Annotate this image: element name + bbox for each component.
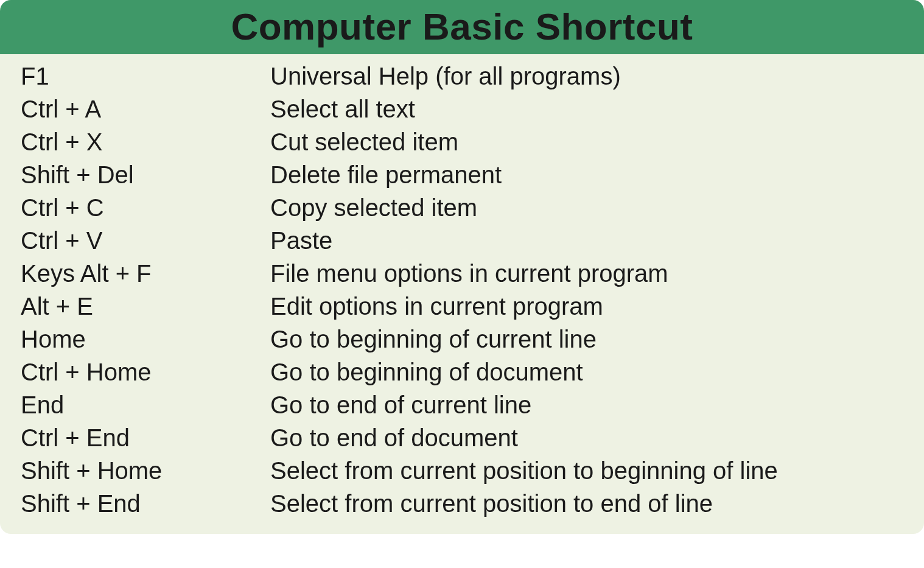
shortcut-row: Ctrl + End Go to end of document [21,424,903,452]
shortcut-description: Go to beginning of current line [270,326,903,353]
shortcut-key: Ctrl + End [21,424,270,452]
shortcut-description: Select from current position to beginnin… [270,457,903,485]
shortcut-row: Keys Alt + F File menu options in curren… [21,260,903,287]
shortcut-key: Shift + Home [21,457,270,485]
shortcut-row: Alt + E Edit options in current program [21,293,903,320]
shortcut-key: Home [21,326,270,353]
shortcut-row: Ctrl + X Cut selected item [21,128,903,156]
shortcut-description: Cut selected item [270,128,903,156]
shortcut-key: Alt + E [21,293,270,320]
shortcut-key: Ctrl + C [21,194,270,222]
shortcut-key: End [21,391,270,419]
shortcut-row: Ctrl + V Paste [21,227,903,254]
shortcut-description: Paste [270,227,903,254]
shortcut-card: Computer Basic Shortcut F1 Universal Hel… [0,0,924,534]
shortcut-description: File menu options in current program [270,260,903,287]
card-title: Computer Basic Shortcut [0,5,924,48]
shortcut-row: Shift + Home Select from current positio… [21,457,903,485]
shortcut-key: Shift + End [21,490,270,517]
shortcut-row: Shift + Del Delete file permanent [21,161,903,189]
shortcut-description: Select from current position to end of l… [270,490,903,517]
shortcut-row: End Go to end of current line [21,391,903,419]
card-header: Computer Basic Shortcut [0,0,924,54]
shortcut-key: Shift + Del [21,161,270,189]
shortcut-key: Ctrl + V [21,227,270,254]
shortcut-description: Go to beginning of document [270,359,903,386]
shortcut-description: Go to end of document [270,424,903,452]
shortcut-row: Ctrl + C Copy selected item [21,194,903,222]
shortcut-key: F1 [21,63,270,90]
shortcut-description: Edit options in current program [270,293,903,320]
shortcut-description: Universal Help (for all programs) [270,63,903,90]
shortcut-key: Ctrl + X [21,128,270,156]
shortcut-row: Ctrl + Home Go to beginning of document [21,359,903,386]
shortcut-description: Delete file permanent [270,161,903,189]
shortcut-row: Home Go to beginning of current line [21,326,903,353]
shortcut-row: F1 Universal Help (for all programs) [21,63,903,90]
shortcut-row: Ctrl + A Select all text [21,96,903,123]
shortcut-key: Keys Alt + F [21,260,270,287]
shortcut-list: F1 Universal Help (for all programs) Ctr… [0,54,924,534]
shortcut-description: Copy selected item [270,194,903,222]
shortcut-key: Ctrl + A [21,96,270,123]
shortcut-description: Select all text [270,96,903,123]
shortcut-description: Go to end of current line [270,391,903,419]
shortcut-row: Shift + End Select from current position… [21,490,903,517]
shortcut-key: Ctrl + Home [21,359,270,386]
